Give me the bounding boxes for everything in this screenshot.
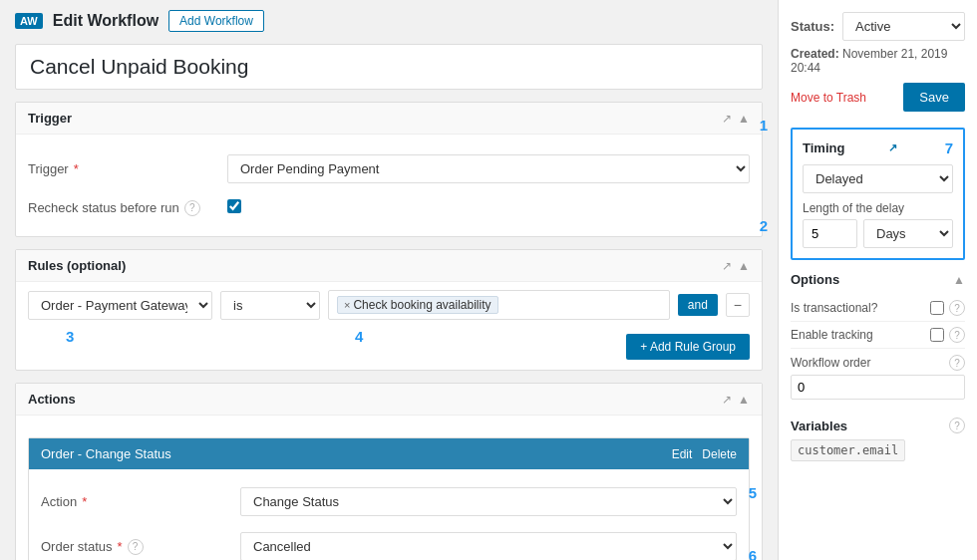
action-row: Action * Change Status Send Email Add No… [41, 479, 737, 524]
remove-rule-button[interactable]: − [726, 293, 750, 317]
is-transactional-checkbox[interactable] [930, 301, 944, 315]
action-edit-link[interactable]: Edit [672, 447, 693, 461]
variables-section: Variables ? customer.email [791, 418, 965, 461]
top-bar: AW Edit Workflow Add Workflow [15, 10, 763, 32]
rules-collapse-icon[interactable]: ▲ [738, 259, 750, 273]
trigger-panel-title: Trigger [28, 111, 72, 126]
action-control-wrap: Change Status Send Email Add Note Cancel… [240, 487, 737, 516]
trigger-panel: Trigger ↗ ▲ Trigger * [15, 102, 763, 237]
trigger-required: * [74, 161, 79, 176]
external-link-icon[interactable]: ↗ [722, 112, 732, 126]
rules-body: Order - Payment Gateway Order Status Ord… [16, 282, 762, 370]
created-meta: Created: November 21, 2019 20:44 [791, 47, 965, 75]
status-section: Status: Active Inactive Draft Created: N… [791, 12, 965, 112]
recheck-info-icon: ? [184, 200, 200, 216]
collapse-icon[interactable]: ▲ [738, 112, 750, 126]
actions-collapse-icon[interactable]: ▲ [738, 393, 750, 407]
sidebar: Status: Active Inactive Draft Created: N… [778, 0, 977, 560]
order-status-required: * [118, 539, 123, 554]
annotation-4: 4 [355, 328, 363, 345]
options-title: Options [791, 272, 839, 287]
recheck-checkbox[interactable] [227, 199, 241, 213]
delay-value-input[interactable] [803, 219, 857, 248]
trash-save-row: Move to Trash Save [791, 83, 965, 112]
aw-badge: AW [15, 13, 43, 29]
annotation-2: 2 [760, 217, 768, 234]
actions-external-link-icon[interactable]: ↗ [722, 393, 732, 407]
options-collapse-icon[interactable]: ▲ [953, 273, 965, 287]
delay-row: Days Hours Minutes Weeks [803, 219, 953, 248]
trigger-row: Trigger * Order Pending Payment Order Co… [28, 146, 750, 191]
rules-panel-header: Rules (optional) ↗ ▲ [16, 250, 762, 282]
actions-panel-header: Actions ↗ ▲ [16, 384, 762, 416]
actions-panel: Actions ↗ ▲ Order - Change Status Edit D… [15, 383, 763, 560]
delay-unit-wrap: Days Hours Minutes Weeks [863, 219, 953, 248]
status-select[interactable]: Active Inactive Draft [842, 12, 965, 41]
status-label: Status: [791, 19, 834, 34]
trigger-panel-header: Trigger ↗ ▲ [16, 103, 762, 135]
save-button[interactable]: Save [903, 83, 965, 112]
enable-tracking-label: Enable tracking [791, 328, 873, 342]
action-delete-link[interactable]: Delete [702, 447, 737, 461]
timing-select[interactable]: Delayed Immediate Scheduled [803, 164, 953, 193]
rule-tag: × Check booking availability [337, 296, 498, 314]
options-title-row: Options ▲ [791, 272, 965, 287]
action-label: Action * [41, 494, 240, 509]
rule-operator-wrap: is is not contains [220, 291, 320, 320]
action-select[interactable]: Change Status Send Email Add Note Cancel… [240, 487, 737, 516]
annotation-7: 7 [945, 140, 953, 156]
order-status-select[interactable]: Cancelled Completed On-Hold Processing P… [240, 532, 737, 560]
annotation-3: 3 [66, 328, 74, 345]
rules-external-link-icon[interactable]: ↗ [722, 259, 732, 273]
annotation-5: 5 [749, 484, 757, 501]
actions-panel-title: Actions [28, 392, 76, 407]
add-rule-group-wrap: + Add Rule Group [16, 328, 762, 370]
actions-panel-icons: ↗ ▲ [722, 393, 750, 407]
timing-external-link[interactable]: ↗ [888, 141, 897, 154]
variables-info-icon: ? [949, 418, 965, 433]
action-item-header: Order - Change Status Edit Delete [29, 438, 749, 469]
status-row: Status: Active Inactive Draft [791, 12, 965, 41]
is-transactional-right: ? [930, 300, 965, 316]
action-item-title: Order - Change Status [41, 446, 171, 461]
rules-panel-title: Rules (optional) [28, 258, 126, 273]
trigger-panel-icons: ↗ ▲ [722, 112, 750, 126]
move-to-trash-link[interactable]: Move to Trash [791, 91, 866, 105]
rule-tag-input[interactable]: × Check booking availability [328, 290, 670, 320]
and-button[interactable]: and [678, 294, 718, 316]
order-status-info-icon: ? [128, 539, 144, 555]
recheck-label: Recheck status before run ? [28, 200, 227, 216]
action-body: Action * Change Status Send Email Add No… [29, 469, 749, 560]
workflow-title-input[interactable] [15, 44, 763, 90]
rule-field-select[interactable]: Order - Payment Gateway Order Status Ord… [28, 291, 212, 320]
rules-row: Order - Payment Gateway Order Status Ord… [16, 282, 762, 328]
workflow-order-info-icon: ? [949, 355, 965, 371]
tag-remove-icon[interactable]: × [344, 299, 350, 311]
trigger-select[interactable]: Order Pending Payment Order Completed Or… [227, 154, 750, 183]
delay-unit-select[interactable]: Days Hours Minutes Weeks [863, 219, 953, 248]
rule-tag-text: Check booking availability [353, 298, 490, 312]
annotation-1: 1 [760, 117, 768, 134]
add-workflow-button[interactable]: Add Workflow [168, 10, 264, 32]
is-transactional-row: Is transactional? ? [791, 295, 965, 322]
timing-title: Timing [803, 140, 844, 155]
trigger-panel-body: Trigger * Order Pending Payment Order Co… [16, 135, 762, 236]
timing-box: Timing ↗ 7 Delayed Immediate Scheduled L… [791, 128, 965, 260]
rule-field-wrap: Order - Payment Gateway Order Status Ord… [28, 291, 212, 320]
variables-title: Variables [791, 419, 847, 433]
options-section: Options ▲ Is transactional? ? Enable tra… [791, 272, 965, 406]
is-transactional-label: Is transactional? [791, 301, 877, 315]
trigger-label: Trigger * [28, 161, 227, 176]
workflow-order-section: Workflow order ? [791, 349, 965, 406]
annotation-6: 6 [749, 547, 757, 560]
action-item-header-actions: Edit Delete [672, 447, 737, 461]
workflow-order-input[interactable] [791, 375, 965, 400]
add-rule-group-button[interactable]: + Add Rule Group [626, 334, 750, 360]
enable-tracking-info-icon: ? [949, 327, 965, 343]
rule-operator-select[interactable]: is is not contains [220, 291, 320, 320]
page-title: Edit Workflow [53, 12, 159, 30]
rules-panel: Rules (optional) ↗ ▲ Order - Payment Gat… [15, 249, 763, 371]
enable-tracking-checkbox[interactable] [930, 328, 944, 342]
variables-title-row: Variables ? [791, 418, 965, 433]
recheck-control-wrap [227, 199, 750, 216]
